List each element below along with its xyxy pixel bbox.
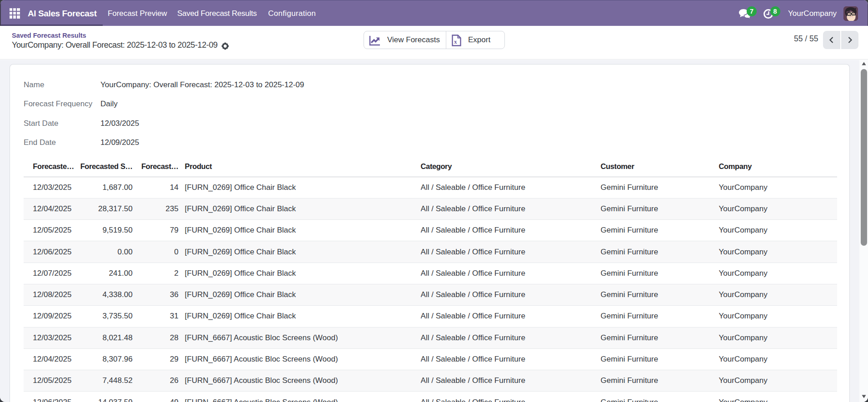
svg-text:x: x — [454, 38, 457, 45]
